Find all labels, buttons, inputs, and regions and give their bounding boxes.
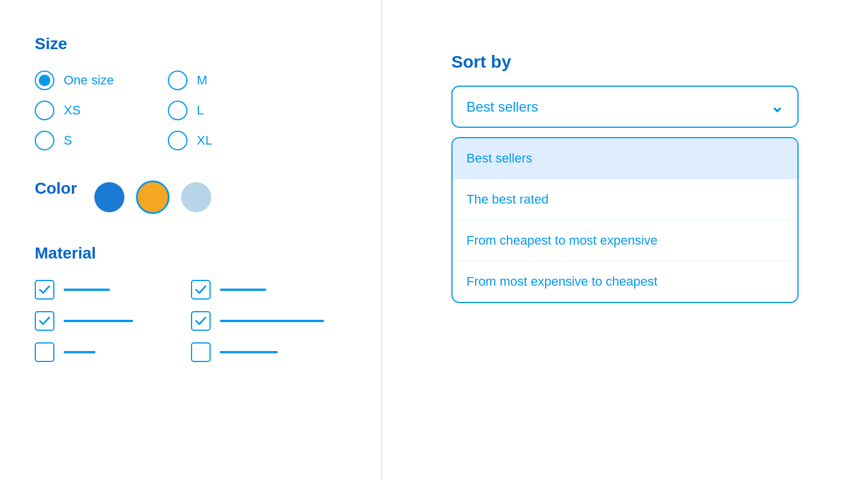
size-title: Size [35, 35, 347, 53]
radio-item-s[interactable]: S [35, 131, 133, 150]
color-swatch-light-blue[interactable] [181, 182, 211, 212]
sort-option-best-rated[interactable]: The best rated [453, 179, 797, 220]
color-swatches [94, 180, 211, 214]
material-item-3[interactable] [35, 311, 156, 331]
radio-circle-s [35, 131, 54, 150]
chevron-down-icon: ⌄ [770, 97, 784, 116]
material-line-6 [220, 351, 278, 353]
sort-by-title: Sort by [451, 52, 799, 72]
radio-label-m: M [197, 73, 207, 88]
color-swatch-yellow[interactable] [136, 180, 170, 214]
radio-circle-xs [35, 101, 54, 120]
material-item-4[interactable] [191, 311, 324, 331]
size-grid: One size M XS L S [35, 71, 266, 150]
material-line-2 [220, 289, 266, 291]
checkbox-5 [35, 342, 54, 362]
material-title: Material [35, 244, 347, 263]
sort-option-expensive-to-cheapest[interactable]: From most expensive to cheapest [453, 261, 797, 302]
size-section: Size One size M XS L [35, 35, 347, 150]
left-panel: Size One size M XS L [0, 0, 382, 480]
material-grid [35, 280, 324, 362]
sort-option-best-sellers[interactable]: Best sellers [453, 138, 797, 179]
radio-circle-l [168, 101, 187, 120]
material-line-4 [220, 320, 324, 322]
radio-label-l: L [197, 103, 204, 118]
radio-label-s: S [64, 133, 72, 148]
sort-selected-label: Best sellers [466, 99, 538, 115]
color-swatch-blue[interactable] [94, 182, 124, 212]
radio-label-xs: XS [64, 103, 80, 118]
material-line-1 [64, 289, 110, 291]
material-item-2[interactable] [191, 280, 324, 300]
material-section: Material [35, 244, 347, 362]
radio-label-xl: XL [197, 133, 212, 148]
material-line-3 [64, 320, 133, 322]
sort-option-cheapest-to-expensive[interactable]: From cheapest to most expensive [453, 220, 797, 261]
checkbox-4 [191, 311, 211, 331]
radio-item-l[interactable]: L [168, 101, 266, 120]
checkbox-3 [35, 311, 54, 331]
radio-label-one-size: One size [64, 73, 114, 88]
radio-circle-m [168, 71, 187, 90]
sort-dropdown: Best sellers The best rated From cheapes… [451, 137, 799, 303]
radio-item-m[interactable]: M [168, 71, 266, 90]
checkbox-1 [35, 280, 54, 300]
material-line-5 [64, 351, 95, 353]
checkbox-2 [191, 280, 211, 300]
radio-item-xl[interactable]: XL [168, 131, 266, 150]
material-item-5[interactable] [35, 342, 156, 362]
radio-circle-xl [168, 131, 187, 150]
right-panel: Sort by Best sellers ⌄ Best sellers The … [382, 0, 868, 480]
material-item-6[interactable] [191, 342, 324, 362]
radio-circle-one-size [35, 71, 54, 90]
material-item-1[interactable] [35, 280, 156, 300]
checkbox-6 [191, 342, 211, 362]
color-section: Color [35, 179, 347, 215]
sort-select-box[interactable]: Best sellers ⌄ [451, 86, 799, 128]
color-title: Color [35, 179, 77, 198]
radio-item-one-size[interactable]: One size [35, 71, 133, 90]
radio-item-xs[interactable]: XS [35, 101, 133, 120]
